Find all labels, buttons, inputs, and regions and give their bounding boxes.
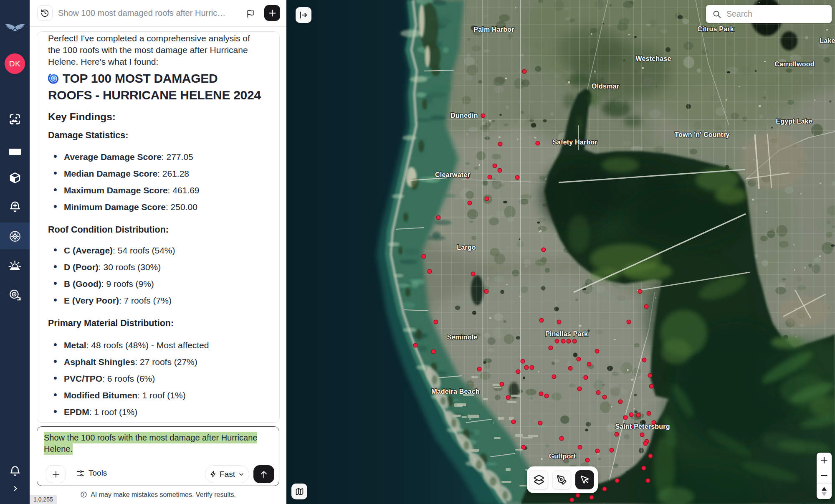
svg-text:Largo: Largo [457,244,476,251]
svg-text:Madeira Beach: Madeira Beach [431,388,480,395]
svg-text:Dunedin: Dunedin [450,112,478,119]
svg-text:Town 'n' Country: Town 'n' Country [675,131,729,138]
svg-text:Safety Harbor: Safety Harbor [552,139,597,146]
svg-text:Westchase: Westchase [635,55,671,62]
svg-text:Citrus Park: Citrus Park [697,25,734,33]
svg-text:Pinellas Park: Pinellas Park [545,330,588,337]
svg-text:Carrollwood: Carrollwood [774,61,815,68]
svg-text:Oldsmar: Oldsmar [592,83,619,90]
svg-text:Lake: Lake [820,37,835,44]
svg-text:Palm Harbor: Palm Harbor [473,26,514,33]
svg-text:Egypt Lake: Egypt Lake [776,118,812,125]
svg-text:Clearwater: Clearwater [435,171,470,178]
svg-text:Saint Petersburg: Saint Petersburg [615,423,670,430]
svg-text:Seminole: Seminole [447,334,478,341]
svg-text:Gulfport: Gulfport [549,453,576,460]
